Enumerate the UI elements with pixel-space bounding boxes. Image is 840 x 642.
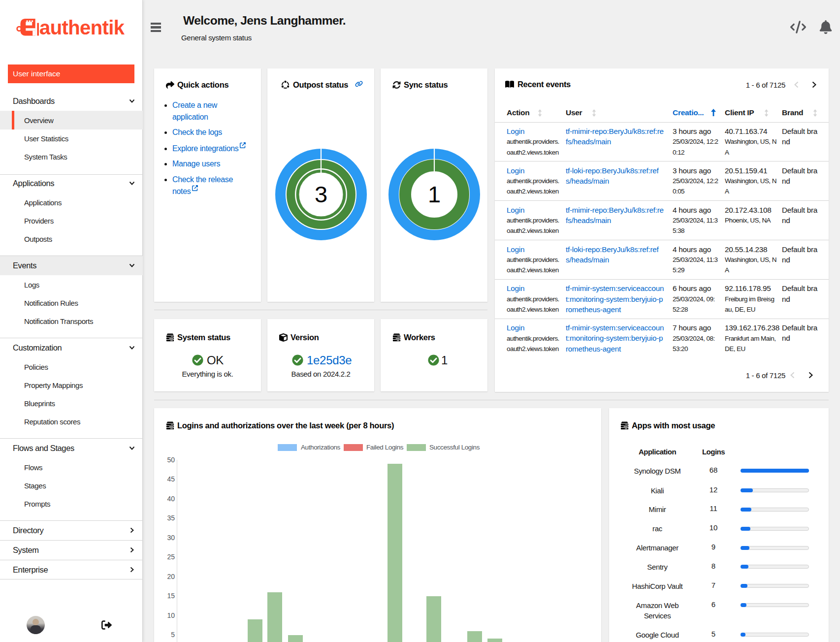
svg-text:authentik: authentik [39, 17, 125, 38]
svg-text:3: 3 [315, 181, 327, 207]
svg-text:1: 1 [428, 181, 441, 207]
